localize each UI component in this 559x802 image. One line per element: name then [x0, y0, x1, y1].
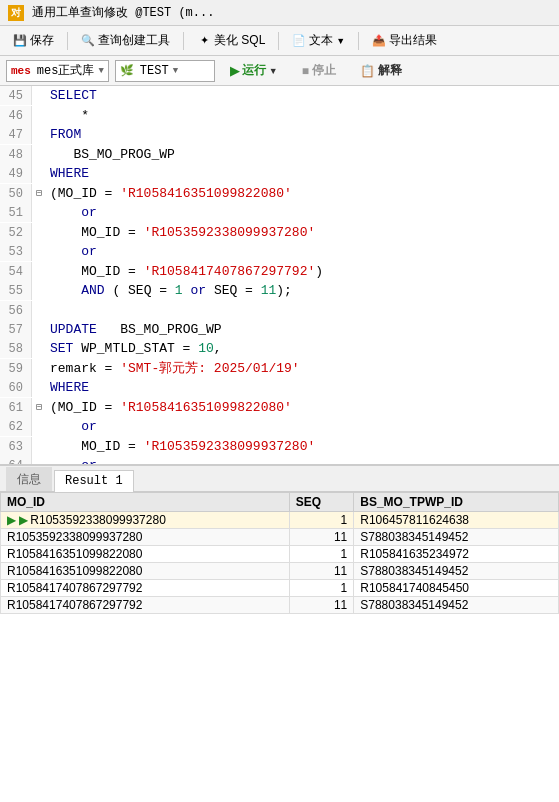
export-button[interactable]: 📤 导出结果: [365, 29, 444, 52]
cell-seq: 11: [289, 597, 353, 614]
table-row: ▶R10535923380999372801R106457811624638: [1, 512, 559, 529]
text-icon: 📄: [292, 34, 306, 48]
explain-button[interactable]: 📋 解释: [351, 59, 411, 82]
cell-bs: S788038345149452: [354, 529, 559, 546]
connection-bar: mes mes正式库 ▼ 🌿 TEST ▼ ▶ 运行 ▼ ■ 停止 📋 解释: [0, 56, 559, 86]
tab-result1[interactable]: Result 1: [54, 470, 134, 492]
code-line-49: 49 WHERE: [0, 164, 559, 184]
code-line-57: 57 UPDATE BS_MO_PROG_WP: [0, 320, 559, 340]
toolbar-separator-4: [358, 32, 359, 50]
cell-moid: R1058416351099822080: [1, 546, 290, 563]
stop-icon: ■: [302, 64, 309, 78]
cell-seq: 1: [289, 512, 353, 529]
cell-bs: S788038345149452: [354, 563, 559, 580]
col-header-moid: MO_ID: [1, 493, 290, 512]
code-line-48: 48 BS_MO_PROG_WP: [0, 145, 559, 165]
col-header-bs: BS_MO_TPWP_ID: [354, 493, 559, 512]
table-header-row: MO_ID SEQ BS_MO_TPWP_ID: [1, 493, 559, 512]
cell-bs: R105841635234972: [354, 546, 559, 563]
schema-selector[interactable]: 🌿 TEST ▼: [115, 60, 215, 82]
code-line-58: 58 SET WP_MTLD_STAT = 10,: [0, 339, 559, 359]
cell-bs: S788038345149452: [354, 597, 559, 614]
code-line-64: 64 or: [0, 456, 559, 466]
tab-info[interactable]: 信息: [6, 467, 52, 491]
code-line-60: 60 WHERE: [0, 378, 559, 398]
main-toolbar: 💾 保存 🔍 查询创建工具 ✦ 美化 SQL 📄 文本 ▼ 📤 导出结果: [0, 26, 559, 56]
run-dropdown-arrow: ▼: [269, 66, 278, 76]
code-line-46: 46 *: [0, 106, 559, 126]
schema-icon: 🌿: [120, 64, 134, 77]
code-line-45: 45 SELECT: [0, 86, 559, 106]
table-row: R105841635109982208011S788038345149452: [1, 563, 559, 580]
beautify-button[interactable]: ✦ 美化 SQL: [190, 29, 272, 52]
window-title: 通用工单查询修改 @TEST (m...: [32, 4, 214, 21]
table-row: R105359233809993728011S788038345149452: [1, 529, 559, 546]
code-line-55: 55 AND ( SEQ = 1 or SEQ = 11);: [0, 281, 559, 301]
save-icon: 💾: [13, 34, 27, 48]
code-line-54: 54 MO_ID = 'R1058417407867297792'): [0, 262, 559, 282]
toolbar-separator-2: [183, 32, 184, 50]
cell-moid: R1058417407867297792: [1, 597, 290, 614]
cell-moid: ▶R1053592338099937280: [1, 512, 290, 529]
run-button[interactable]: ▶ 运行 ▼: [221, 59, 287, 82]
cell-moid: R1053592338099937280: [1, 529, 290, 546]
code-editor[interactable]: 45 SELECT 46 * 47 FROM 48 BS_MO_PROG_WP …: [0, 86, 559, 466]
app-icon: 对: [8, 5, 24, 21]
code-line-52: 52 MO_ID = 'R1053592338099937280': [0, 223, 559, 243]
cell-moid: R1058416351099822080: [1, 563, 290, 580]
code-line-50: 50 ⊟ (MO_ID = 'R1058416351099822080': [0, 184, 559, 204]
result-tabs: 信息 Result 1: [0, 466, 559, 492]
query-icon: 🔍: [81, 34, 95, 48]
query-tool-button[interactable]: 🔍 查询创建工具: [74, 29, 177, 52]
cell-bs: R106457811624638: [354, 512, 559, 529]
cell-seq: 1: [289, 580, 353, 597]
code-line-47: 47 FROM: [0, 125, 559, 145]
code-line-62: 62 or: [0, 417, 559, 437]
table-row: R10584174078672977921R105841740845450: [1, 580, 559, 597]
result-table-area[interactable]: MO_ID SEQ BS_MO_TPWP_ID ▶R10535923380999…: [0, 492, 559, 802]
toolbar-separator-3: [278, 32, 279, 50]
cell-seq: 1: [289, 546, 353, 563]
run-icon: ▶: [230, 64, 239, 78]
cell-seq: 11: [289, 529, 353, 546]
table-row: R105841740786729779211S788038345149452: [1, 597, 559, 614]
explain-icon: 📋: [360, 64, 375, 78]
db-dropdown-arrow: ▼: [98, 66, 103, 76]
cell-moid: R1058417407867297792: [1, 580, 290, 597]
db-icon: mes: [11, 65, 31, 77]
beautify-icon: ✦: [197, 34, 211, 48]
result-table: MO_ID SEQ BS_MO_TPWP_ID ▶R10535923380999…: [0, 492, 559, 614]
toolbar-separator-1: [67, 32, 68, 50]
save-button[interactable]: 💾 保存: [6, 29, 61, 52]
code-line-59: 59 remark = 'SMT-郭元芳: 2025/01/19': [0, 359, 559, 379]
cell-seq: 11: [289, 563, 353, 580]
text-button[interactable]: 📄 文本 ▼: [285, 29, 352, 52]
code-line-61: 61 ⊟ (MO_ID = 'R1058416351099822080': [0, 398, 559, 418]
table-row: R10584163510998220801R105841635234972: [1, 546, 559, 563]
code-line-63: 63 MO_ID = 'R1053592338099937280': [0, 437, 559, 457]
schema-dropdown-arrow: ▼: [173, 66, 178, 76]
title-bar: 对 通用工单查询修改 @TEST (m...: [0, 0, 559, 26]
code-line-53: 53 or: [0, 242, 559, 262]
export-icon: 📤: [372, 34, 386, 48]
stop-button[interactable]: ■ 停止: [293, 59, 345, 82]
text-dropdown-arrow: ▼: [336, 36, 345, 46]
col-header-seq: SEQ: [289, 493, 353, 512]
cell-bs: R105841740845450: [354, 580, 559, 597]
db-selector[interactable]: mes mes正式库 ▼: [6, 60, 109, 82]
code-line-51: 51 or: [0, 203, 559, 223]
code-line-56: 56: [0, 301, 559, 320]
